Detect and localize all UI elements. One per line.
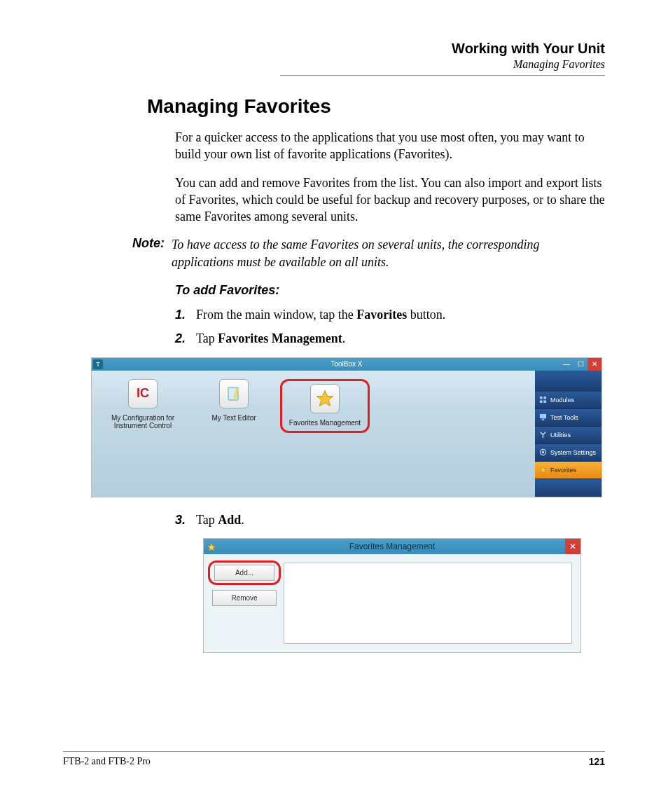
sidebar-item-system-settings[interactable]: System Settings [535, 444, 601, 462]
favorite-item[interactable]: My Text Editor [188, 379, 279, 422]
step-text: Tap Favorites Management. [196, 330, 345, 347]
page-header: Working with Your Unit Managing Favorite… [280, 41, 605, 71]
page-number: 121 [589, 756, 605, 767]
favorite-label: My Text Editor [188, 414, 279, 422]
add-button[interactable]: Add... [214, 565, 274, 581]
svg-rect-8 [542, 419, 545, 420]
favorite-item-favorites-management[interactable]: Favorites Management [279, 379, 370, 433]
svg-marker-11 [540, 467, 546, 473]
dialog-titlebar: Favorites Management ✕ [204, 539, 580, 554]
sidebar-item-modules[interactable]: Modules [535, 392, 601, 409]
close-button[interactable]: ✕ [565, 539, 580, 554]
close-button[interactable]: ✕ [587, 358, 601, 371]
gear-icon [539, 448, 547, 456]
ic-icon: IC [128, 379, 158, 408]
favorite-label: Favorites Management [289, 419, 361, 427]
svg-marker-12 [207, 543, 216, 551]
star-icon [207, 542, 216, 557]
sidebar-item-test-tools[interactable]: Test Tools [535, 409, 601, 427]
favorite-item[interactable]: IC My Configuration for Instrument Contr… [97, 379, 188, 429]
step-text: From the main window, tap the Favorites … [196, 306, 445, 323]
toolbox-window: T ToolBox X — ☐ ✕ IC My Configuration fo… [91, 357, 602, 497]
step-number: 1. [175, 306, 196, 323]
product-name: FTB-2 and FTB-2 Pro [63, 756, 151, 767]
step-item: 3. Tap Add. [175, 511, 605, 528]
note-text: To have access to the same Favorites on … [172, 236, 605, 270]
body-paragraph: For a quicker access to the applications… [175, 129, 605, 163]
modules-icon [539, 396, 547, 404]
svg-rect-4 [543, 397, 546, 399]
svg-rect-5 [540, 401, 543, 404]
notepad-icon [219, 379, 249, 408]
sidebar-label: System Settings [550, 449, 596, 456]
sidebar-label: Favorites [550, 467, 576, 474]
wrench-icon [539, 431, 547, 439]
minimize-button[interactable]: — [559, 358, 573, 371]
favorites-management-window: Favorites Management ✕ Add... Remove [203, 538, 581, 653]
star-icon [310, 384, 340, 413]
procedure-heading: To add Favorites: [175, 283, 605, 298]
svg-rect-6 [543, 401, 546, 404]
window-title: ToolBox X [330, 360, 362, 368]
sidebar-label: Test Tools [550, 414, 578, 421]
svg-rect-3 [540, 397, 543, 399]
step-number: 2. [175, 330, 196, 347]
header-divider [280, 75, 605, 76]
window-titlebar: T ToolBox X — ☐ ✕ [92, 358, 601, 371]
sidebar-label: Utilities [550, 432, 571, 439]
chapter-title: Working with Your Unit [280, 41, 605, 57]
highlight-callout: Favorites Management [280, 379, 370, 433]
test-tools-icon [539, 413, 547, 421]
step-number: 3. [175, 511, 196, 528]
sidebar-nav: Modules Test Tools Utilities System Sett… [535, 371, 601, 497]
page-footer: FTB-2 and FTB-2 Pro 121 [63, 751, 605, 767]
app-icon: T [93, 359, 103, 369]
svg-marker-2 [316, 390, 333, 406]
sidebar-item-utilities[interactable]: Utilities [535, 427, 601, 444]
sidebar-label: Modules [550, 397, 574, 404]
remove-button[interactable]: Remove [212, 590, 277, 606]
section-breadcrumb: Managing Favorites [280, 58, 605, 71]
note-label: Note: [123, 236, 172, 270]
favorites-toolbar: IC My Configuration for Instrument Contr… [92, 371, 535, 497]
step-text: Tap Add. [196, 511, 244, 528]
favorites-list-panel [284, 563, 572, 644]
step-item: 2. Tap Favorites Management. [175, 330, 605, 347]
svg-rect-7 [540, 414, 546, 418]
highlight-callout: Add... [208, 560, 281, 585]
dialog-title: Favorites Management [349, 542, 436, 551]
step-item: 1. From the main window, tap the Favorit… [175, 306, 605, 323]
section-heading: Managing Favorites [147, 95, 605, 118]
svg-point-10 [542, 451, 544, 453]
body-paragraph: You can add and remove Favorites from th… [175, 174, 605, 226]
star-icon [539, 466, 547, 474]
sidebar-item-favorites[interactable]: Favorites [535, 462, 601, 479]
maximize-button[interactable]: ☐ [573, 358, 587, 371]
note-block: Note: To have access to the same Favorit… [123, 236, 605, 270]
favorite-label: My Configuration for Instrument Control [97, 414, 188, 429]
